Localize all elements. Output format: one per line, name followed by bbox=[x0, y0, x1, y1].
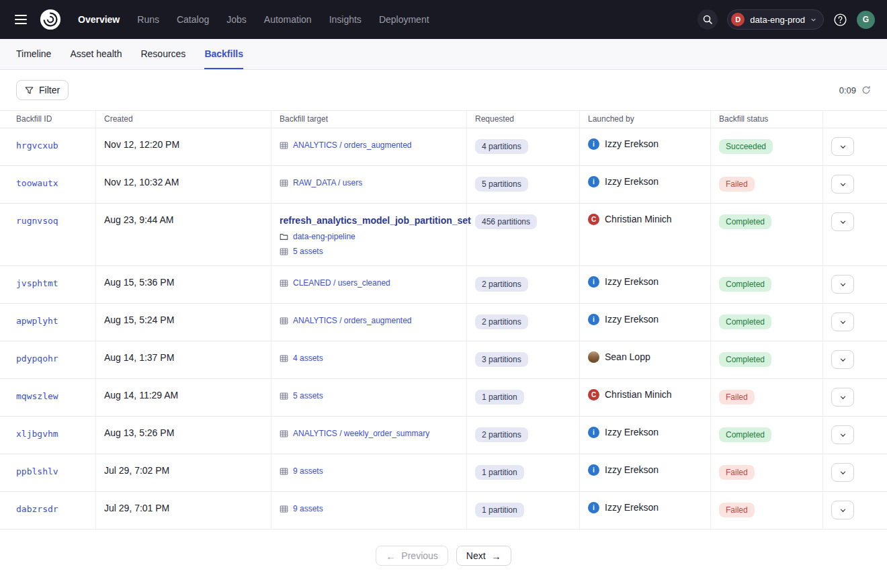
requested-badge: 2 partitions bbox=[475, 314, 528, 329]
nav-item-automation[interactable]: Automation bbox=[264, 14, 312, 25]
launched-by-name: Izzy Erekson bbox=[605, 276, 659, 288]
table-header: Backfill IDCreatedBackfill targetRequest… bbox=[0, 110, 887, 128]
deployment-switcher[interactable]: D data-eng-prod bbox=[727, 9, 824, 30]
backfill-id-cell: pdypqohr bbox=[0, 341, 96, 378]
table-row: dabzrsdrJul 29, 7:01 PM9 assets1 partiti… bbox=[0, 492, 887, 530]
actions-cell bbox=[823, 266, 887, 303]
table-row: jvsphtmtAug 15, 5:36 PMCLEANED / users_c… bbox=[0, 266, 887, 304]
created-cell: Nov 12, 10:32 AM bbox=[96, 166, 271, 203]
nav-item-jobs[interactable]: Jobs bbox=[226, 14, 247, 25]
target-cell: CLEANED / users_cleaned bbox=[271, 266, 467, 303]
backfill-id-link[interactable]: toowautx bbox=[16, 178, 58, 188]
column-header-requested: Requested bbox=[467, 111, 580, 128]
requested-cell: 3 partitions bbox=[467, 341, 580, 378]
actions-cell bbox=[823, 341, 887, 378]
backfill-id-cell: toowautx bbox=[0, 166, 96, 203]
deployment-name: data-eng-prod bbox=[750, 15, 805, 25]
launched-by-avatar: i bbox=[588, 464, 599, 476]
target-cell: 4 assets bbox=[271, 341, 467, 378]
target-asset-link[interactable]: 5 assets bbox=[293, 391, 323, 401]
status-cell: Completed bbox=[711, 266, 823, 303]
target-asset-link[interactable]: 9 assets bbox=[293, 466, 323, 476]
target-asset-link[interactable]: 9 assets bbox=[293, 504, 323, 513]
previous-button[interactable]: ← Previous bbox=[376, 546, 448, 566]
nav-item-insights[interactable]: Insights bbox=[329, 14, 362, 25]
tab-resources[interactable]: Resources bbox=[140, 39, 185, 69]
launched-by-cell: iIzzy Erekson bbox=[580, 417, 711, 454]
nav-item-runs[interactable]: Runs bbox=[137, 14, 159, 25]
actions-cell bbox=[823, 379, 887, 416]
table-row: apwplyhtAug 15, 5:24 PMANALYTICS / order… bbox=[0, 304, 887, 341]
nav-item-overview[interactable]: Overview bbox=[78, 14, 120, 25]
target-cell: 5 assets bbox=[271, 379, 467, 416]
target-cell: RAW_DATA / users bbox=[271, 166, 467, 203]
target-asset-link[interactable]: ANALYTICS / weekly_order_summary bbox=[293, 429, 429, 438]
asset-grid-icon bbox=[280, 179, 288, 187]
launched-by-name: Izzy Erekson bbox=[605, 502, 659, 513]
table-row: mqwszlewAug 14, 11:29 AM5 assets1 partit… bbox=[0, 379, 887, 417]
backfill-id-link[interactable]: ppblshlv bbox=[16, 466, 58, 476]
status-cell: Failed bbox=[711, 166, 823, 203]
nav-item-deployment[interactable]: Deployment bbox=[379, 14, 429, 25]
status-cell: Succeeded bbox=[711, 128, 823, 165]
user-avatar[interactable]: G bbox=[857, 11, 875, 29]
target-asset-link[interactable]: ANALYTICS / orders_augmented bbox=[293, 316, 412, 325]
launched-by-cell: CChristian Minich bbox=[580, 379, 711, 416]
asset-grid-icon bbox=[280, 279, 288, 288]
refresh-icon[interactable] bbox=[861, 85, 871, 95]
next-button[interactable]: Next → bbox=[456, 546, 511, 566]
menu-icon[interactable] bbox=[12, 11, 30, 28]
filter-funnel-icon bbox=[25, 86, 34, 95]
created-cell: Jul 29, 7:02 PM bbox=[96, 454, 271, 491]
actions-cell bbox=[823, 454, 887, 491]
launched-by-avatar bbox=[588, 351, 599, 363]
row-expand-button[interactable] bbox=[831, 350, 854, 369]
search-icon[interactable] bbox=[698, 9, 718, 30]
backfill-id-link[interactable]: xljbgvhm bbox=[16, 429, 58, 439]
status-cell: Completed bbox=[711, 417, 823, 454]
requested-badge: 1 partition bbox=[475, 465, 524, 480]
help-icon[interactable] bbox=[833, 13, 847, 27]
created-cell: Aug 23, 9:44 AM bbox=[96, 204, 271, 265]
row-expand-button[interactable] bbox=[831, 501, 854, 519]
row-expand-button[interactable] bbox=[831, 175, 854, 194]
filter-button[interactable]: Filter bbox=[16, 80, 69, 100]
nav-item-catalog[interactable]: Catalog bbox=[177, 14, 209, 25]
target-job-link[interactable]: refresh_analytics_model_job_partition_se… bbox=[280, 215, 471, 226]
backfill-id-link[interactable]: hrgvcxub bbox=[16, 140, 58, 151]
requested-cell: 2 partitions bbox=[467, 304, 580, 341]
tab-asset-health[interactable]: Asset health bbox=[70, 39, 122, 69]
target-assets-link[interactable]: 5 assets bbox=[293, 247, 323, 256]
status-badge: Failed bbox=[719, 390, 755, 405]
backfill-id-link[interactable]: mqwszlew bbox=[16, 391, 58, 401]
target-cell: ANALYTICS / weekly_order_summary bbox=[271, 417, 467, 454]
backfill-id-link[interactable]: pdypqohr bbox=[16, 353, 58, 364]
tab-timeline[interactable]: Timeline bbox=[16, 39, 51, 69]
launched-by-avatar: C bbox=[588, 389, 599, 401]
backfill-id-link[interactable]: apwplyht bbox=[16, 316, 58, 326]
status-cell: Completed bbox=[711, 304, 823, 341]
row-expand-button[interactable] bbox=[831, 388, 854, 407]
launched-by-name: Christian Minich bbox=[605, 214, 672, 225]
tab-backfills[interactable]: Backfills bbox=[204, 39, 243, 69]
target-pipeline-link[interactable]: data-eng-pipeline bbox=[293, 232, 355, 241]
row-expand-button[interactable] bbox=[831, 463, 854, 482]
requested-cell: 1 partition bbox=[467, 492, 580, 529]
row-expand-button[interactable] bbox=[831, 275, 854, 294]
asset-grid-icon bbox=[280, 141, 288, 150]
status-cell: Failed bbox=[711, 492, 823, 529]
row-expand-button[interactable] bbox=[831, 212, 854, 231]
target-asset-link[interactable]: 4 assets bbox=[293, 353, 323, 363]
status-badge: Completed bbox=[719, 352, 771, 367]
backfill-id-link[interactable]: jvsphtmt bbox=[16, 278, 58, 288]
backfill-id-link[interactable]: dabzrsdr bbox=[16, 504, 58, 514]
row-expand-button[interactable] bbox=[831, 312, 854, 331]
backfill-id-link[interactable]: rugnvsoq bbox=[16, 216, 58, 226]
next-button-label: Next bbox=[466, 550, 486, 561]
asset-grid-icon bbox=[280, 429, 288, 438]
target-asset-link[interactable]: ANALYTICS / orders_augmented bbox=[293, 140, 412, 150]
row-expand-button[interactable] bbox=[831, 425, 854, 444]
target-asset-link[interactable]: RAW_DATA / users bbox=[293, 178, 362, 187]
row-expand-button[interactable] bbox=[831, 137, 854, 156]
target-asset-link[interactable]: CLEANED / users_cleaned bbox=[293, 278, 390, 288]
